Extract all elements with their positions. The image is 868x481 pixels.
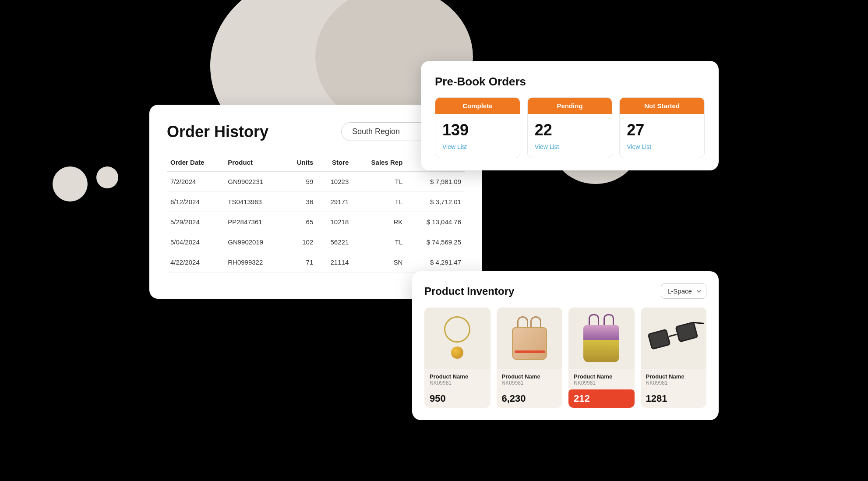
stat-view-list-link[interactable]: View List (442, 143, 467, 150)
order-history-title: Order History (167, 123, 268, 141)
product-name: Product Name (430, 373, 485, 380)
cell-date: 5/04/2024 (167, 232, 224, 252)
cell-product: TS0413963 (224, 192, 284, 212)
stat-number: 27 (627, 121, 697, 139)
stat-view-list-link[interactable]: View List (627, 143, 651, 150)
cell-units: 71 (284, 252, 317, 272)
product-qty: 6,230 (497, 389, 563, 408)
cell-amount: $ 7,981.09 (406, 172, 465, 192)
cell-rep: TL (352, 172, 406, 192)
cell-rep: TL (352, 232, 406, 252)
sunglasses-image (647, 319, 700, 357)
inventory-title: Product Inventory (424, 285, 514, 297)
cell-units: 59 (284, 172, 317, 192)
cell-store: 56221 (317, 232, 352, 252)
table-row: 5/04/2024 GN9902019 102 56221 TL $ 74,56… (167, 232, 465, 252)
cell-product: GN9902231 (224, 172, 284, 192)
product-image-area (568, 308, 635, 369)
cell-units: 65 (284, 212, 317, 232)
cell-date: 7/2/2024 (167, 172, 224, 192)
stat-label: Pending (528, 98, 612, 114)
inventory-panel: Product Inventory L-Space Product Name N… (412, 271, 719, 420)
cell-amount: $ 3,712.01 (406, 192, 465, 212)
product-card: Product Name NK09981 6,230 (497, 308, 563, 408)
product-qty: 212 (568, 389, 635, 408)
product-sku: NK09981 (502, 380, 557, 386)
product-image-area (424, 308, 490, 369)
table-row: 4/22/2024 RH0999322 71 21114 SN $ 4,291.… (167, 252, 465, 272)
product-qty: 1281 (641, 389, 707, 408)
stat-number: 139 (442, 121, 513, 139)
cell-date: 4/22/2024 (167, 252, 224, 272)
product-info: Product Name NK09981 1281 (641, 369, 707, 408)
table-row: 6/12/2024 TS0413963 36 29171 TL $ 3,712.… (167, 192, 465, 212)
main-content: Order History Order Date Product Units S… (0, 0, 868, 481)
bag1-image (508, 316, 550, 360)
cell-store: 10223 (317, 172, 352, 192)
product-card: Product Name NK09981 1281 (641, 308, 707, 408)
product-info: Product Name NK09981 950 (424, 369, 490, 408)
table-row: 5/29/2024 PP2847361 65 10218 RK $ 13,044… (167, 212, 465, 232)
product-name: Product Name (502, 373, 557, 380)
stat-label: Complete (435, 98, 520, 114)
col-header-store: Store (317, 153, 352, 172)
bag2-image (581, 314, 622, 362)
cell-product: RH0999322 (224, 252, 284, 272)
cell-rep: RK (352, 212, 406, 232)
table-header-row: Order Date Product Units Store Sales Rep… (167, 153, 465, 172)
product-sku: NK09981 (430, 380, 485, 386)
stat-card: Not Started 27 View List (619, 97, 705, 158)
col-header-product: Product (224, 153, 284, 172)
stat-body: 27 View List (620, 114, 704, 158)
col-header-units: Units (284, 153, 317, 172)
cell-product: GN9902019 (224, 232, 284, 252)
product-name: Product Name (646, 373, 702, 380)
product-image-area (641, 308, 707, 369)
product-card: Product Name NK09981 212 (568, 308, 635, 408)
cell-amount: $ 13,044.76 (406, 212, 465, 232)
stat-number: 22 (535, 121, 605, 139)
product-name: Product Name (574, 373, 629, 380)
stat-view-list-link[interactable]: View List (535, 143, 559, 150)
stat-body: 22 View List (528, 114, 612, 158)
cell-store: 21114 (317, 252, 352, 272)
product-sku: NK09981 (646, 380, 702, 386)
product-qty: 950 (424, 389, 490, 408)
cell-amount: $ 4,291.47 (406, 252, 465, 272)
inventory-header: Product Inventory L-Space (424, 283, 706, 299)
cell-date: 6/12/2024 (167, 192, 224, 212)
stat-card: Pending 22 View List (527, 97, 613, 158)
product-info: Product Name NK09981 212 (568, 369, 635, 408)
stat-body: 139 View List (435, 114, 520, 158)
cell-product: PP2847361 (224, 212, 284, 232)
prebook-title: Pre-Book Orders (435, 75, 705, 88)
product-grid: Product Name NK09981 950 Product Name NK… (424, 308, 706, 408)
cell-units: 102 (284, 232, 317, 252)
cell-amount: $ 74,569.25 (406, 232, 465, 252)
panels-wrapper: Order History Order Date Product Units S… (149, 61, 719, 420)
product-info: Product Name NK09981 6,230 (497, 369, 563, 408)
prebook-stats: Complete 139 View List Pending 22 View L… (435, 97, 705, 158)
brand-selector[interactable]: L-Space (661, 283, 706, 299)
cell-rep: SN (352, 252, 406, 272)
col-header-rep: Sales Rep (352, 153, 406, 172)
necklace-image (440, 314, 475, 362)
cell-units: 36 (284, 192, 317, 212)
prebook-panel: Pre-Book Orders Complete 139 View List P… (421, 61, 719, 170)
stat-label: Not Started (620, 98, 704, 114)
product-sku: NK09981 (574, 380, 629, 386)
cell-rep: TL (352, 192, 406, 212)
cell-date: 5/29/2024 (167, 212, 224, 232)
table-row: 7/2/2024 GN9902231 59 10223 TL $ 7,981.0… (167, 172, 465, 192)
product-card: Product Name NK09981 950 (424, 308, 490, 408)
stat-card: Complete 139 View List (435, 97, 520, 158)
cell-store: 29171 (317, 192, 352, 212)
col-header-date: Order Date (167, 153, 224, 172)
product-image-area (497, 308, 563, 369)
cell-store: 10218 (317, 212, 352, 232)
order-history-header: Order History (167, 122, 465, 141)
order-table: Order Date Product Units Store Sales Rep… (167, 153, 465, 272)
